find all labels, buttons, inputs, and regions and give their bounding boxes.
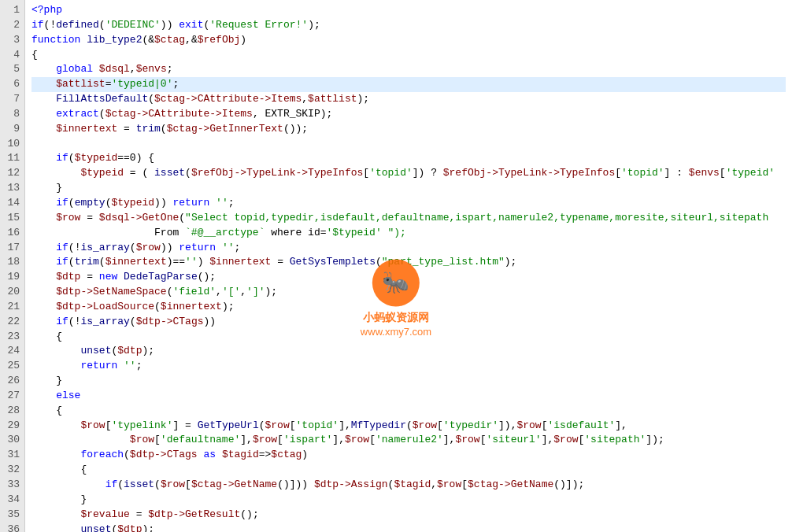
code-line: if(!defined('DEDEINC')) exit('Request Er…	[31, 18, 786, 33]
code-line	[31, 137, 786, 152]
line-number: 4	[3, 48, 20, 63]
code-line: $dtp->LoadSource($innertext);	[31, 300, 786, 315]
line-number: 30	[3, 433, 20, 448]
line-number: 19	[3, 270, 20, 285]
line-number: 9	[3, 122, 20, 137]
line-number: 13	[3, 181, 20, 196]
code-line: }	[31, 181, 786, 196]
code-line: if(empty($typeid)) return '';	[31, 196, 786, 211]
line-number: 32	[3, 463, 20, 478]
code-line: {	[31, 330, 786, 345]
line-number: 6	[3, 77, 20, 92]
code-line: $revalue = $dtp->GetResult();	[31, 508, 786, 523]
code-line: else	[31, 389, 786, 404]
line-number: 7	[3, 92, 20, 107]
code-line: $row['defaultname'],$row['ispart'],$row[…	[31, 433, 786, 448]
line-number: 24	[3, 344, 20, 359]
code-line: unset($dtp);	[31, 344, 786, 359]
code-line: {	[31, 48, 786, 63]
line-number: 31	[3, 448, 20, 463]
line-number: 17	[3, 241, 20, 256]
line-number: 12	[3, 166, 20, 181]
line-number: 34	[3, 493, 20, 508]
line-number: 2	[3, 18, 20, 33]
code-line: }	[31, 374, 786, 389]
code-line: {	[31, 463, 786, 478]
code-line: global $dsql,$envs;	[31, 62, 786, 77]
line-number: 35	[3, 508, 20, 523]
code-line: $dtp->SetNameSpace('field','[',']');	[31, 285, 786, 300]
line-number: 27	[3, 389, 20, 404]
code-line: <?php	[31, 3, 786, 18]
line-number: 8	[3, 107, 20, 122]
code-line: extract($ctag->CAttribute->Items, EXTR_S…	[31, 107, 786, 122]
line-number: 28	[3, 404, 20, 419]
line-number: 33	[3, 478, 20, 493]
line-number: 5	[3, 62, 20, 77]
line-number: 3	[3, 33, 20, 48]
code-line: return '';	[31, 359, 786, 374]
line-number: 20	[3, 285, 20, 300]
code-line: {	[31, 404, 786, 419]
code-line: }	[31, 493, 786, 508]
code-line: $dtp = new DedeTagParse();	[31, 270, 786, 285]
code-line: function lib_type2(&$ctag,&$refObj)	[31, 33, 786, 48]
code-line: if(isset($row[$ctag->GetName()])) $dtp->…	[31, 478, 786, 493]
code-line: $attlist='typeid|0';	[31, 77, 786, 92]
code-content[interactable]: <?phpif(!defined('DEDEINC')) exit('Reque…	[25, 0, 792, 532]
code-line: if(!is_array($row)) return '';	[31, 241, 786, 256]
code-line: unset($dtp);	[31, 523, 786, 532]
code-line: $innertext = trim($ctag->GetInnerText())…	[31, 122, 786, 137]
line-number: 11	[3, 151, 20, 166]
code-line: $row['typelink'] = GetTypeUrl($row['topi…	[31, 419, 786, 434]
line-number: 26	[3, 374, 20, 389]
code-line: $typeid = ( isset($refObj->TypeLink->Typ…	[31, 166, 786, 181]
line-number: 25	[3, 359, 20, 374]
line-number: 23	[3, 330, 20, 345]
line-number: 1	[3, 3, 20, 18]
code-line: foreach($dtp->CTags as $tagid=>$ctag)	[31, 448, 786, 463]
code-line: $row = $dsql->GetOne("Select topid,typed…	[31, 211, 786, 226]
code-line: FillAttsDefault($ctag->CAttribute->Items…	[31, 92, 786, 107]
line-number: 22	[3, 315, 20, 330]
code-editor: 1234567891011121314151617181920212223242…	[0, 0, 792, 532]
line-number: 18	[3, 255, 20, 270]
code-line: if($typeid==0) {	[31, 151, 786, 166]
code-line: if(trim($innertext)=='') $innertext = Ge…	[31, 255, 786, 270]
line-number: 16	[3, 226, 20, 241]
line-number: 15	[3, 211, 20, 226]
line-number: 36	[3, 523, 20, 532]
code-line: From `#@__arctype` where id='$typeid' ")…	[31, 226, 786, 241]
line-number: 14	[3, 196, 20, 211]
line-numbers: 1234567891011121314151617181920212223242…	[0, 0, 25, 532]
code-line: if(!is_array($dtp->CTags))	[31, 315, 786, 330]
line-number: 21	[3, 300, 20, 315]
line-number: 29	[3, 419, 20, 434]
line-number: 10	[3, 137, 20, 152]
